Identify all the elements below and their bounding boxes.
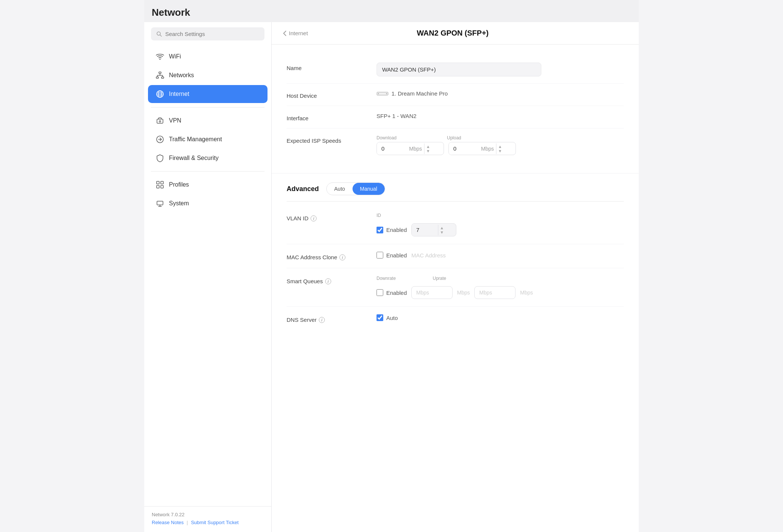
back-button[interactable]: Internet: [283, 30, 308, 36]
svg-rect-4: [161, 77, 164, 78]
toggle-auto-button[interactable]: Auto: [327, 183, 353, 195]
host-device-text: 1. Dream Machine Pro: [392, 90, 448, 97]
sidebar-item-profiles[interactable]: Profiles: [148, 176, 267, 194]
vlan-id-input-wrapper: ▲ ▼: [411, 223, 456, 236]
mac-enabled-checkbox[interactable]: [377, 252, 383, 259]
sidebar-item-internet[interactable]: Internet: [148, 85, 267, 103]
svg-point-16: [378, 93, 379, 94]
vlan-enabled-checkbox[interactable]: [377, 227, 383, 233]
downrate-input[interactable]: [411, 286, 453, 299]
interface-label: Interface: [287, 113, 369, 121]
dns-info-icon[interactable]: i: [319, 317, 325, 323]
interface-text: SFP+ 1 - WAN2: [377, 113, 417, 119]
mac-enabled-label: Enabled: [386, 252, 407, 259]
download-arrows[interactable]: ▲ ▼: [424, 143, 432, 154]
back-label: Internet: [289, 30, 308, 36]
name-value: [377, 63, 624, 76]
svg-rect-13: [161, 185, 163, 188]
smart-queues-enabled-checkbox[interactable]: [377, 289, 383, 296]
mac-address-input[interactable]: [411, 252, 479, 259]
sidebar-item-system-label: System: [169, 200, 189, 207]
traffic-icon: [155, 135, 164, 144]
interface-value: SFP+ 1 - WAN2: [377, 113, 624, 119]
dns-server-label: DNS Server i: [287, 314, 369, 323]
search-icon: [156, 31, 162, 37]
version-text: Network 7.0.22: [152, 512, 264, 517]
host-device-label: Host Device: [287, 90, 369, 99]
profiles-icon: [155, 180, 164, 189]
sidebar-item-networks[interactable]: Networks: [148, 66, 267, 84]
vlan-id-arrows[interactable]: ▲ ▼: [438, 225, 445, 235]
advanced-section: Advanced Auto Manual VLAN ID i ID: [272, 173, 639, 334]
vpn-icon: [155, 116, 164, 125]
sidebar-item-system[interactable]: System: [148, 194, 267, 212]
upload-input[interactable]: [449, 142, 479, 155]
downrate-unit: Mbps: [457, 290, 470, 296]
host-device-value: 1. Dream Machine Pro: [377, 90, 624, 97]
search-bar[interactable]: [151, 27, 264, 40]
vlan-id-value: ID Enabled ▲ ▼: [377, 213, 624, 236]
name-label: Name: [287, 63, 369, 71]
vlan-info-icon[interactable]: i: [311, 215, 317, 221]
download-unit: Mbps: [407, 146, 424, 152]
dns-server-value: Auto: [377, 314, 624, 321]
vlan-id-row: VLAN ID i ID Enabled: [287, 205, 624, 244]
footer-sep: |: [187, 520, 188, 525]
mac-enabled-wrapper: Enabled: [377, 252, 407, 259]
back-arrow-icon: [283, 30, 287, 36]
svg-rect-12: [157, 185, 159, 188]
firewall-icon: [155, 154, 164, 163]
smart-queues-value: Downrate Uprate Enabled Mbps Mbps: [377, 276, 624, 299]
upload-field: Mbps ▲ ▼: [448, 142, 516, 155]
sidebar-item-firewall[interactable]: Firewall & Security: [148, 149, 267, 167]
sidebar-footer: Network 7.0.22 Release Notes | Submit Su…: [144, 506, 271, 532]
system-icon: [155, 199, 164, 208]
sidebar-item-vpn[interactable]: VPN: [148, 112, 267, 130]
downrate-col-label: Downrate: [377, 276, 421, 281]
search-input[interactable]: [165, 31, 259, 37]
app-title: Network: [144, 0, 639, 22]
advanced-header: Advanced Auto Manual: [287, 182, 624, 202]
interface-row: Interface SFP+ 1 - WAN2: [287, 106, 624, 129]
mac-info-icon[interactable]: i: [339, 254, 345, 260]
nav-divider-1: [151, 107, 264, 108]
device-icon: [377, 91, 389, 96]
uprate-unit: Mbps: [520, 290, 533, 296]
svg-rect-3: [156, 77, 158, 78]
vlan-enabled-label: Enabled: [386, 227, 407, 233]
sidebar-item-networks-label: Networks: [169, 72, 194, 79]
dns-enabled-checkbox[interactable]: [377, 314, 383, 321]
sidebar-item-traffic[interactable]: Traffic Management: [148, 130, 267, 148]
name-input[interactable]: [377, 63, 541, 76]
upload-unit: Mbps: [479, 146, 496, 152]
content-area: Internet WAN2 GPON (SFP+) Name Host Devi…: [272, 22, 639, 532]
download-label: Download: [377, 135, 444, 140]
svg-point-17: [386, 93, 387, 94]
support-ticket-link[interactable]: Submit Support Ticket: [191, 520, 239, 525]
svg-rect-2: [159, 72, 161, 73]
vlan-enabled-wrapper: Enabled: [377, 227, 407, 233]
mac-address-label: MAC Address Clone i: [287, 252, 369, 260]
svg-point-1: [160, 59, 161, 60]
download-input[interactable]: [377, 142, 407, 155]
isp-speeds-label: Expected ISP Speeds: [287, 135, 369, 144]
toggle-manual-button[interactable]: Manual: [353, 183, 385, 195]
sidebar-item-profiles-label: Profiles: [169, 181, 189, 188]
upload-arrows[interactable]: ▲ ▼: [496, 143, 504, 154]
name-row: Name: [287, 56, 624, 84]
sidebar-item-traffic-label: Traffic Management: [169, 136, 222, 143]
smart-queues-info-icon[interactable]: i: [325, 278, 331, 284]
upload-label: Upload: [447, 135, 514, 140]
networks-icon: [155, 71, 164, 80]
svg-rect-7: [157, 119, 163, 123]
release-notes-link[interactable]: Release Notes: [152, 520, 184, 525]
advanced-toggle-group: Auto Manual: [326, 182, 385, 195]
mac-address-row: MAC Address Clone i Enabled: [287, 244, 624, 268]
sidebar-item-wifi[interactable]: WiFi: [148, 48, 267, 66]
vlan-id-input[interactable]: [412, 224, 438, 236]
uprate-input[interactable]: [474, 286, 516, 299]
smart-queues-row: Smart Queues i Downrate Uprate Enabled: [287, 268, 624, 307]
dns-auto-label: Auto: [386, 315, 398, 321]
nav-divider-2: [151, 171, 264, 172]
svg-rect-11: [161, 181, 163, 184]
